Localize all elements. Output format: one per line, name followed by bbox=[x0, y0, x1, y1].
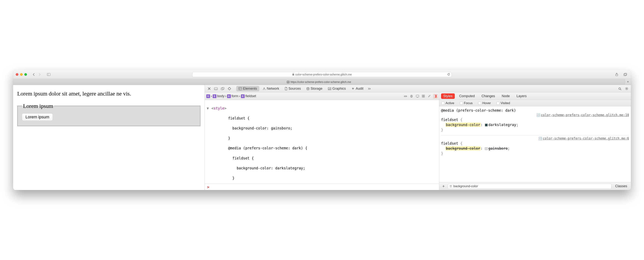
color-swatch[interactable] bbox=[485, 147, 488, 150]
tab-elements-label: Elements bbox=[243, 87, 257, 91]
svg-rect-7 bbox=[214, 87, 218, 90]
svg-rect-48 bbox=[424, 96, 425, 97]
graphics-icon bbox=[328, 87, 331, 90]
nav-buttons bbox=[31, 72, 43, 77]
tab-changes[interactable]: Changes bbox=[479, 93, 497, 99]
svg-rect-46 bbox=[424, 95, 425, 96]
new-tab-button[interactable]: + bbox=[625, 79, 631, 85]
forward-button[interactable] bbox=[37, 72, 43, 77]
close-window-button[interactable] bbox=[16, 73, 18, 76]
tab-network[interactable]: Network bbox=[260, 86, 282, 91]
share-button[interactable] bbox=[614, 72, 620, 77]
devtools-search-button[interactable] bbox=[617, 86, 623, 91]
tab-sources[interactable]: Sources bbox=[282, 86, 303, 91]
svg-point-11 bbox=[228, 88, 230, 90]
new-rule-button[interactable]: + bbox=[441, 184, 446, 189]
reload-button[interactable] bbox=[447, 73, 450, 76]
dock-bottom-icon[interactable] bbox=[213, 86, 219, 91]
console-prompt[interactable]: > bbox=[205, 184, 439, 190]
breadcrumb-fieldset[interactable]: Efieldset bbox=[241, 94, 256, 98]
color-swatch[interactable] bbox=[485, 124, 488, 126]
devtools-overflow-button[interactable] bbox=[367, 86, 372, 91]
devtools: Elements Network Sources Storage Graphic… bbox=[204, 85, 631, 190]
tab-strip: C https://color-scheme-prefers-color-sch… bbox=[13, 79, 631, 85]
styles-pane: Styles Computed Changes Node Layers Acti… bbox=[439, 92, 631, 190]
zoom-window-button[interactable] bbox=[24, 73, 27, 76]
force-active[interactable]: Active bbox=[442, 101, 454, 105]
page-button[interactable]: Lorem ipsum bbox=[22, 113, 53, 121]
browser-tab[interactable]: C https://color-scheme-prefers-color-sch… bbox=[13, 79, 625, 85]
close-devtools-button[interactable] bbox=[206, 86, 212, 91]
breadcrumb-root[interactable]: E bbox=[206, 94, 210, 98]
breadcrumb-body[interactable]: Ebody bbox=[213, 94, 224, 98]
console-chevron-icon: > bbox=[207, 185, 209, 189]
tab-elements[interactable]: Elements bbox=[236, 86, 259, 91]
force-visited[interactable]: Visited bbox=[496, 101, 510, 105]
sources-icon bbox=[285, 87, 287, 90]
rule-source-link[interactable]: {}color-scheme-prefers-color-scheme.glit… bbox=[537, 113, 629, 117]
styles-filter-value: background-color bbox=[454, 184, 478, 188]
svg-rect-10 bbox=[222, 87, 224, 89]
svg-rect-5 bbox=[624, 74, 626, 76]
tab-styles[interactable]: Styles bbox=[441, 93, 455, 99]
print-styles-icon[interactable] bbox=[410, 94, 414, 98]
content-row: Lorem ipsum dolor sit amet, legere ancil… bbox=[13, 85, 631, 190]
svg-rect-23 bbox=[328, 87, 331, 90]
browser-window: color-scheme-prefers-color-scheme.glitch… bbox=[13, 70, 631, 190]
storage-icon bbox=[306, 87, 310, 90]
grid-icon[interactable] bbox=[422, 94, 426, 98]
svg-rect-16 bbox=[239, 87, 242, 90]
chevron-right-icon: › bbox=[211, 94, 212, 98]
svg-rect-9 bbox=[221, 88, 223, 90]
force-focus[interactable]: Focus bbox=[460, 101, 472, 105]
tab-node[interactable]: Node bbox=[500, 93, 512, 99]
sidebar-toggle-button[interactable] bbox=[46, 72, 52, 77]
svg-point-21 bbox=[265, 89, 266, 90]
svg-rect-41 bbox=[411, 95, 412, 96]
tab-storage-label: Storage bbox=[310, 87, 322, 91]
style-rules[interactable]: @media (prefers-color-scheme: dark) {}co… bbox=[439, 106, 631, 182]
inspect-element-button[interactable] bbox=[226, 86, 232, 91]
minimize-window-button[interactable] bbox=[20, 73, 23, 76]
page-fieldset: Lorem ipsum Lorem ipsum bbox=[17, 103, 200, 126]
elements-pane: E › Ebody › Eform › Efieldset bbox=[205, 92, 439, 190]
devtools-settings-button[interactable] bbox=[624, 86, 630, 91]
address-bar-text: color-scheme-prefers-color-scheme.glitch… bbox=[296, 73, 352, 76]
svg-line-25 bbox=[620, 89, 621, 90]
styles-filter-input[interactable]: ☰ background-color bbox=[448, 184, 612, 189]
breadcrumb-form[interactable]: Eform bbox=[227, 94, 238, 98]
compositing-icon[interactable] bbox=[434, 94, 438, 98]
tab-layers[interactable]: Layers bbox=[514, 93, 529, 99]
tabs-overview-button[interactable] bbox=[622, 72, 628, 77]
tab-graphics-label: Graphics bbox=[332, 87, 346, 91]
svg-line-32 bbox=[627, 89, 628, 90]
paint-icon[interactable] bbox=[428, 94, 432, 98]
tab-computed[interactable]: Computed bbox=[457, 93, 477, 99]
svg-rect-6 bbox=[624, 73, 627, 75]
styles-footer: + ☰ background-color Classes bbox=[439, 182, 631, 190]
network-icon bbox=[263, 87, 266, 90]
traffic-lights bbox=[16, 73, 27, 76]
address-bar[interactable]: color-scheme-prefers-color-scheme.glitch… bbox=[192, 72, 452, 77]
elements-toolbar-right bbox=[404, 94, 438, 98]
rule-source-link[interactable]: {}color-scheme-prefers-color-scheme.glit… bbox=[538, 136, 629, 141]
svg-rect-2 bbox=[292, 74, 294, 75]
tab-storage[interactable]: Storage bbox=[304, 86, 324, 91]
dock-detach-icon[interactable] bbox=[220, 86, 226, 91]
svg-point-19 bbox=[264, 87, 264, 88]
classes-button[interactable]: Classes bbox=[613, 183, 629, 189]
back-button[interactable] bbox=[31, 72, 37, 77]
force-hover[interactable]: Hover bbox=[478, 101, 491, 105]
elements-icon bbox=[238, 87, 242, 90]
tab-audit[interactable]: Audit bbox=[349, 86, 366, 91]
device-icon[interactable] bbox=[416, 94, 420, 98]
dom-tree[interactable]: ▼ <style> fieldset { background-color: g… bbox=[205, 100, 439, 184]
svg-point-22 bbox=[307, 87, 309, 88]
tab-title: https://color-scheme-prefers-color-schem… bbox=[290, 80, 351, 83]
force-state-row: Active Focus Hover Visited bbox=[439, 100, 631, 106]
ruler-icon[interactable] bbox=[404, 94, 408, 98]
tab-graphics[interactable]: Graphics bbox=[326, 86, 348, 91]
svg-line-31 bbox=[626, 88, 626, 88]
svg-rect-0 bbox=[47, 73, 50, 76]
svg-rect-43 bbox=[416, 95, 419, 97]
